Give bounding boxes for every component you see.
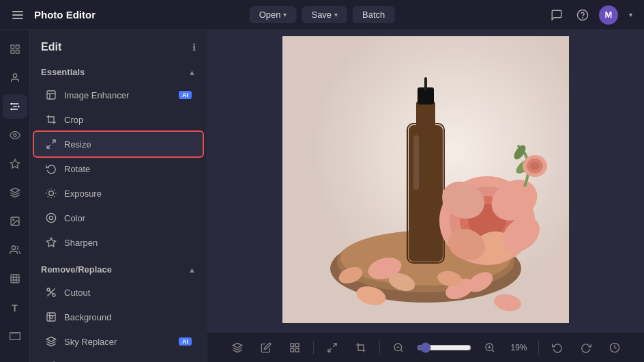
- color-icon: [45, 212, 57, 224]
- svg-line-87: [333, 344, 336, 347]
- crop-icon: [45, 113, 57, 126]
- image-enhancer-icon: [45, 89, 57, 101]
- sidebar-item-eye[interactable]: [3, 123, 27, 148]
- color-label: Color: [64, 213, 85, 223]
- sidebar-item-layers[interactable]: [3, 180, 27, 205]
- edit-btn[interactable]: [256, 337, 276, 358]
- svg-rect-47: [47, 313, 55, 321]
- svg-marker-82: [233, 343, 241, 348]
- svg-rect-84: [295, 344, 299, 347]
- open-button[interactable]: Open ▾: [250, 6, 297, 23]
- svg-rect-48: [50, 316, 53, 318]
- svg-rect-22: [11, 275, 19, 283]
- tool-item-rotate[interactable]: Rotate: [34, 156, 203, 181]
- zoom-slider[interactable]: [417, 342, 471, 353]
- image-enhancer-ai-badge: AI: [179, 91, 192, 99]
- sidebar-item-image[interactable]: [3, 209, 27, 234]
- essentials-section-header[interactable]: Essentials ▲: [30, 61, 207, 83]
- rotate-icon: [45, 163, 57, 175]
- layers-btn[interactable]: [227, 337, 248, 358]
- help-icon-button[interactable]: [573, 5, 592, 25]
- svg-point-16: [14, 134, 16, 137]
- zoom-out-btn[interactable]: [388, 337, 409, 358]
- save-button[interactable]: Save ▾: [302, 6, 347, 23]
- tool-item-image-enhancer[interactable]: Image Enhancer AI: [34, 83, 203, 107]
- sidebar-item-effects[interactable]: [3, 152, 27, 176]
- background-icon: [45, 311, 57, 323]
- svg-line-38: [48, 196, 48, 197]
- tool-item-replace-color[interactable]: Replace Color: [34, 354, 203, 362]
- svg-rect-59: [413, 135, 419, 190]
- svg-line-46: [47, 288, 55, 296]
- crop-btn[interactable]: [351, 337, 371, 358]
- main-layout: T Edit ℹ Essentials ▲: [0, 30, 644, 362]
- svg-line-30: [47, 145, 50, 148]
- sidebar-item-edit[interactable]: [3, 94, 27, 119]
- remove-replace-label: Remove/Replace: [41, 264, 112, 275]
- sidebar-item-person[interactable]: [3, 66, 27, 90]
- svg-point-78: [530, 162, 540, 170]
- tool-item-exposure[interactable]: Exposure: [34, 181, 203, 206]
- essentials-chevron: ▲: [188, 68, 196, 76]
- avatar[interactable]: M: [599, 5, 618, 25]
- tool-item-cutout[interactable]: Cutout: [34, 280, 203, 305]
- background-label: Background: [64, 312, 111, 322]
- sidebar-item-ruler[interactable]: [3, 324, 27, 348]
- chat-icon-button[interactable]: [547, 5, 566, 25]
- remove-replace-section-header[interactable]: Remove/Replace ▲: [30, 259, 207, 280]
- sidebar-item-menu[interactable]: [3, 37, 27, 61]
- photo-container: [282, 36, 569, 326]
- panel-header: Edit ℹ: [30, 41, 207, 61]
- fit-btn[interactable]: [322, 337, 342, 358]
- cutout-label: Cutout: [64, 288, 90, 298]
- svg-point-21: [12, 246, 15, 249]
- svg-line-90: [400, 350, 402, 352]
- info-icon[interactable]: ℹ: [192, 42, 196, 53]
- tool-item-background[interactable]: Background: [34, 305, 203, 329]
- tool-item-color[interactable]: Color: [34, 206, 203, 230]
- svg-point-13: [10, 103, 12, 105]
- rotate-label: Rotate: [64, 164, 90, 174]
- sky-replacer-icon: [45, 335, 57, 348]
- tool-item-crop[interactable]: Crop: [34, 107, 203, 132]
- sidebar-item-people[interactable]: [3, 238, 27, 262]
- cutout-icon: [45, 286, 57, 298]
- svg-point-20: [12, 219, 14, 221]
- topbar-center: Open ▾ Save ▾ Batch: [250, 6, 395, 23]
- avatar-chevron[interactable]: ▾: [625, 5, 636, 25]
- hamburger-menu[interactable]: [8, 5, 27, 25]
- svg-marker-42: [46, 238, 55, 247]
- image-enhancer-label: Image Enhancer: [64, 90, 129, 100]
- remove-replace-chevron: ▲: [188, 266, 196, 274]
- panel-title: Edit: [41, 41, 61, 53]
- sky-replacer-label: Sky Replacer: [64, 337, 117, 347]
- exposure-label: Exposure: [64, 189, 102, 199]
- history-btn[interactable]: [604, 337, 625, 358]
- undo-btn[interactable]: [547, 337, 568, 358]
- open-label: Open: [259, 10, 281, 20]
- separator-1: [313, 341, 314, 354]
- batch-button[interactable]: Batch: [353, 6, 394, 23]
- svg-point-31: [49, 191, 54, 196]
- svg-point-41: [49, 216, 53, 219]
- svg-marker-18: [10, 188, 19, 193]
- redo-btn[interactable]: [576, 337, 596, 358]
- sidebar-item-text[interactable]: T: [3, 295, 27, 320]
- svg-rect-28: [47, 91, 55, 99]
- sidebar-item-grid[interactable]: [3, 266, 27, 291]
- svg-line-35: [54, 196, 55, 197]
- exposure-icon: [45, 187, 57, 199]
- grid-btn[interactable]: [284, 337, 305, 358]
- tool-item-sky-replacer[interactable]: Sky Replacer AI: [34, 329, 203, 354]
- save-label: Save: [311, 10, 332, 20]
- tool-item-sharpen[interactable]: Sharpen: [34, 230, 203, 255]
- svg-rect-7: [11, 50, 14, 53]
- svg-line-88: [328, 348, 332, 352]
- tool-item-resize[interactable]: Resize: [34, 132, 203, 156]
- svg-point-44: [53, 294, 55, 296]
- zoom-in-btn[interactable]: [480, 337, 500, 358]
- bottom-toolbar: 19%: [207, 332, 644, 362]
- svg-rect-85: [291, 348, 294, 352]
- separator-3: [538, 341, 539, 354]
- sky-replacer-ai-badge: AI: [179, 337, 192, 346]
